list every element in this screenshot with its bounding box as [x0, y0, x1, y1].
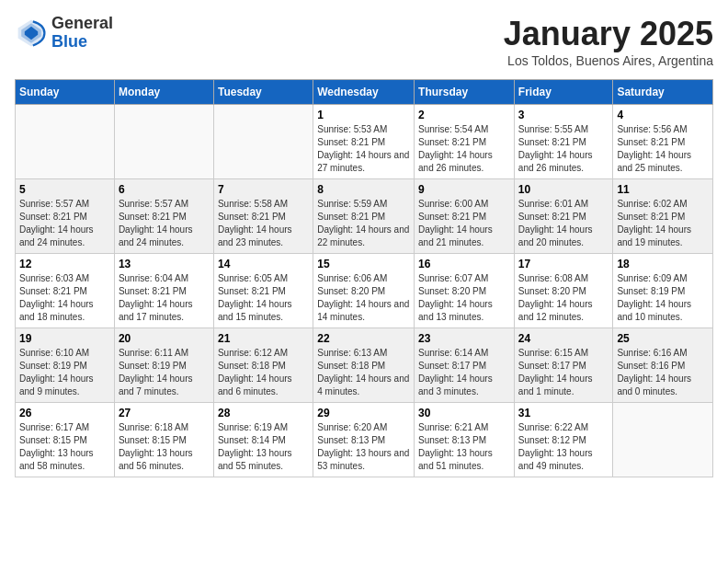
- day-number: 16: [418, 258, 510, 270]
- day-number: 31: [518, 407, 609, 419]
- logo-blue: Blue: [51, 33, 113, 52]
- day-of-week-header: Friday: [514, 80, 613, 105]
- day-number: 13: [119, 258, 210, 270]
- day-number: 26: [19, 407, 110, 419]
- day-number: 24: [518, 332, 609, 345]
- day-number: 28: [218, 407, 309, 419]
- calendar-cell: 12Sunrise: 6:03 AM Sunset: 8:21 PM Dayli…: [16, 254, 115, 328]
- day-number: 23: [418, 332, 510, 345]
- day-number: 10: [518, 183, 609, 196]
- day-info: Sunrise: 6:20 AM Sunset: 8:13 PM Dayligh…: [317, 421, 410, 473]
- calendar-cell: 25Sunrise: 6:16 AM Sunset: 8:16 PM Dayli…: [613, 328, 713, 403]
- calendar-cell: 4Sunrise: 5:56 AM Sunset: 8:21 PM Daylig…: [613, 105, 713, 179]
- day-of-week-header: Wednesday: [313, 80, 415, 105]
- calendar-cell: [16, 105, 115, 179]
- calendar-header-row: SundayMondayTuesdayWednesdayThursdayFrid…: [16, 80, 713, 105]
- day-of-week-header: Saturday: [613, 80, 713, 105]
- calendar-cell: 2Sunrise: 5:54 AM Sunset: 8:21 PM Daylig…: [415, 105, 515, 179]
- calendar-title: January 2025: [504, 15, 713, 53]
- day-info: Sunrise: 5:53 AM Sunset: 8:21 PM Dayligh…: [317, 123, 410, 175]
- day-of-week-header: Tuesday: [213, 80, 313, 105]
- calendar-cell: 6Sunrise: 5:57 AM Sunset: 8:21 PM Daylig…: [114, 179, 213, 254]
- day-number: 25: [617, 332, 709, 345]
- day-number: 6: [119, 183, 210, 196]
- logo-text: General Blue: [51, 15, 113, 52]
- calendar-cell: 8Sunrise: 5:59 AM Sunset: 8:21 PM Daylig…: [313, 179, 415, 254]
- calendar-week-row: 26Sunrise: 6:17 AM Sunset: 8:15 PM Dayli…: [16, 403, 713, 477]
- day-number: 27: [119, 407, 210, 419]
- calendar-table: SundayMondayTuesdayWednesdayThursdayFrid…: [15, 79, 713, 477]
- day-info: Sunrise: 5:55 AM Sunset: 8:21 PM Dayligh…: [518, 123, 609, 175]
- day-number: 7: [218, 183, 309, 196]
- calendar-cell: 20Sunrise: 6:11 AM Sunset: 8:19 PM Dayli…: [114, 328, 213, 403]
- calendar-cell: 24Sunrise: 6:15 AM Sunset: 8:17 PM Dayli…: [514, 328, 613, 403]
- day-info: Sunrise: 6:02 AM Sunset: 8:21 PM Dayligh…: [617, 198, 709, 249]
- calendar-cell: 17Sunrise: 6:08 AM Sunset: 8:20 PM Dayli…: [514, 254, 613, 328]
- day-info: Sunrise: 5:54 AM Sunset: 8:21 PM Dayligh…: [418, 123, 510, 175]
- calendar-cell: 21Sunrise: 6:12 AM Sunset: 8:18 PM Dayli…: [213, 328, 313, 403]
- day-info: Sunrise: 6:22 AM Sunset: 8:12 PM Dayligh…: [518, 421, 609, 473]
- day-number: 5: [19, 183, 110, 196]
- calendar-cell: 16Sunrise: 6:07 AM Sunset: 8:20 PM Dayli…: [415, 254, 515, 328]
- title-block: January 2025 Los Toldos, Buenos Aires, A…: [504, 15, 713, 68]
- calendar-cell: 13Sunrise: 6:04 AM Sunset: 8:21 PM Dayli…: [114, 254, 213, 328]
- day-info: Sunrise: 6:14 AM Sunset: 8:17 PM Dayligh…: [418, 347, 510, 398]
- day-info: Sunrise: 6:09 AM Sunset: 8:19 PM Dayligh…: [617, 272, 709, 324]
- day-info: Sunrise: 6:17 AM Sunset: 8:15 PM Dayligh…: [19, 421, 110, 473]
- day-info: Sunrise: 6:19 AM Sunset: 8:14 PM Dayligh…: [218, 421, 309, 473]
- calendar-cell: 14Sunrise: 6:05 AM Sunset: 8:21 PM Dayli…: [213, 254, 313, 328]
- calendar-week-row: 19Sunrise: 6:10 AM Sunset: 8:19 PM Dayli…: [16, 328, 713, 403]
- day-number: 14: [218, 258, 309, 270]
- calendar-cell: 18Sunrise: 6:09 AM Sunset: 8:19 PM Dayli…: [613, 254, 713, 328]
- day-number: 19: [19, 332, 110, 345]
- day-info: Sunrise: 6:13 AM Sunset: 8:18 PM Dayligh…: [317, 347, 410, 398]
- day-info: Sunrise: 6:15 AM Sunset: 8:17 PM Dayligh…: [518, 347, 609, 398]
- day-number: 18: [617, 258, 709, 270]
- day-number: 9: [418, 183, 510, 196]
- calendar-week-row: 5Sunrise: 5:57 AM Sunset: 8:21 PM Daylig…: [16, 179, 713, 254]
- logo-icon: [15, 17, 48, 50]
- day-info: Sunrise: 6:06 AM Sunset: 8:20 PM Dayligh…: [317, 272, 410, 324]
- logo-general: General: [51, 15, 113, 33]
- calendar-cell: 10Sunrise: 6:01 AM Sunset: 8:21 PM Dayli…: [514, 179, 613, 254]
- day-number: 11: [617, 183, 709, 196]
- logo: General Blue: [15, 15, 113, 52]
- calendar-cell: 23Sunrise: 6:14 AM Sunset: 8:17 PM Dayli…: [415, 328, 515, 403]
- day-info: Sunrise: 5:57 AM Sunset: 8:21 PM Dayligh…: [19, 198, 110, 249]
- day-number: 12: [19, 258, 110, 270]
- day-of-week-header: Thursday: [415, 80, 515, 105]
- day-info: Sunrise: 6:00 AM Sunset: 8:21 PM Dayligh…: [418, 198, 510, 249]
- day-info: Sunrise: 5:57 AM Sunset: 8:21 PM Dayligh…: [119, 198, 210, 249]
- calendar-cell: 27Sunrise: 6:18 AM Sunset: 8:15 PM Dayli…: [114, 403, 213, 477]
- calendar-cell: 7Sunrise: 5:58 AM Sunset: 8:21 PM Daylig…: [213, 179, 313, 254]
- day-info: Sunrise: 6:10 AM Sunset: 8:19 PM Dayligh…: [19, 347, 110, 398]
- day-number: 21: [218, 332, 309, 345]
- calendar-cell: 29Sunrise: 6:20 AM Sunset: 8:13 PM Dayli…: [313, 403, 415, 477]
- day-info: Sunrise: 6:01 AM Sunset: 8:21 PM Dayligh…: [518, 198, 609, 249]
- day-number: 30: [418, 407, 510, 419]
- day-info: Sunrise: 6:07 AM Sunset: 8:20 PM Dayligh…: [418, 272, 510, 324]
- calendar-cell: 11Sunrise: 6:02 AM Sunset: 8:21 PM Dayli…: [613, 179, 713, 254]
- day-info: Sunrise: 6:16 AM Sunset: 8:16 PM Dayligh…: [617, 347, 709, 398]
- day-info: Sunrise: 5:58 AM Sunset: 8:21 PM Dayligh…: [218, 198, 309, 249]
- day-number: 2: [418, 109, 510, 121]
- calendar-cell: [114, 105, 213, 179]
- calendar-cell: 30Sunrise: 6:21 AM Sunset: 8:13 PM Dayli…: [415, 403, 515, 477]
- calendar-cell: 19Sunrise: 6:10 AM Sunset: 8:19 PM Dayli…: [16, 328, 115, 403]
- calendar-cell: 3Sunrise: 5:55 AM Sunset: 8:21 PM Daylig…: [514, 105, 613, 179]
- day-info: Sunrise: 6:08 AM Sunset: 8:20 PM Dayligh…: [518, 272, 609, 324]
- day-info: Sunrise: 6:03 AM Sunset: 8:21 PM Dayligh…: [19, 272, 110, 324]
- calendar-cell: [613, 403, 713, 477]
- calendar-cell: 26Sunrise: 6:17 AM Sunset: 8:15 PM Dayli…: [16, 403, 115, 477]
- day-info: Sunrise: 6:04 AM Sunset: 8:21 PM Dayligh…: [119, 272, 210, 324]
- calendar-cell: 31Sunrise: 6:22 AM Sunset: 8:12 PM Dayli…: [514, 403, 613, 477]
- calendar-cell: 28Sunrise: 6:19 AM Sunset: 8:14 PM Dayli…: [213, 403, 313, 477]
- day-number: 4: [617, 109, 709, 121]
- calendar-cell: 22Sunrise: 6:13 AM Sunset: 8:18 PM Dayli…: [313, 328, 415, 403]
- calendar-cell: 9Sunrise: 6:00 AM Sunset: 8:21 PM Daylig…: [415, 179, 515, 254]
- calendar-week-row: 12Sunrise: 6:03 AM Sunset: 8:21 PM Dayli…: [16, 254, 713, 328]
- day-of-week-header: Sunday: [16, 80, 115, 105]
- calendar-cell: [213, 105, 313, 179]
- day-info: Sunrise: 6:12 AM Sunset: 8:18 PM Dayligh…: [218, 347, 309, 398]
- day-number: 17: [518, 258, 609, 270]
